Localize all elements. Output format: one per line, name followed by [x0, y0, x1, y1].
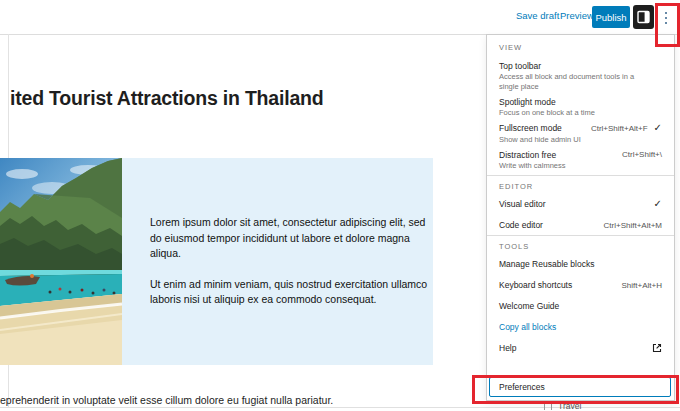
menu-item-description: Focus on one block at a time [499, 108, 654, 118]
menu-item-label: Distraction free [499, 150, 556, 160]
menu-item-label: Manage Reusable blocks [499, 259, 594, 269]
checkmark-icon: ✓ [654, 199, 662, 209]
menu-item-visual-editor[interactable]: Visual editor ✓ [499, 199, 662, 210]
publish-button[interactable]: Publish [592, 6, 630, 28]
menu-section-tools: TOOLS [499, 242, 662, 251]
keyboard-shortcut: Ctrl+Shift+Alt+F [591, 124, 648, 133]
checkmark-icon: ✓ [654, 123, 662, 133]
menu-divider [487, 235, 674, 236]
keyboard-shortcut: Ctrl+Shift+Alt+M [604, 221, 662, 230]
menu-item-help[interactable]: Help [499, 343, 662, 354]
save-draft-button[interactable]: Save draft [516, 10, 559, 21]
menu-item-label: Fullscreen mode [499, 123, 562, 133]
beach-photo [0, 158, 122, 365]
menu-item-manage-reusable-blocks[interactable]: Manage Reusable blocks [499, 259, 662, 270]
body-paragraph[interactable]: Lorem ipsum dolor sit amet, consectetur … [150, 215, 432, 262]
menu-item-label: Keyboard shortcuts [499, 280, 572, 290]
options-dropdown-menu: VIEW Top toolbar Access all block and do… [486, 34, 675, 401]
annotation-box-preferences [472, 375, 679, 404]
menu-divider [487, 175, 674, 176]
menu-item-spotlight-mode[interactable]: Spotlight mode Focus on one block at a t… [499, 96, 662, 118]
menu-item-label: Visual editor [499, 199, 546, 209]
menu-item-label: Welcome Guide [499, 301, 559, 311]
menu-item-label: Help [499, 343, 516, 353]
menu-item-description: Show and hide admin UI [499, 135, 654, 145]
menu-item-fullscreen-mode[interactable]: Fullscreen mode Ctrl+Shift+Alt+F ✓ Show … [499, 123, 662, 145]
menu-item-keyboard-shortcuts[interactable]: Keyboard shortcuts Shift+Alt+H [499, 280, 662, 291]
media-text-block[interactable]: Lorem ipsum dolor sit amet, consectetur … [0, 158, 433, 365]
menu-item-label: Code editor [499, 220, 543, 230]
menu-item-copy-all-blocks[interactable]: Copy all blocks [499, 322, 662, 333]
menu-item-code-editor[interactable]: Code editor Ctrl+Shift+Alt+M [499, 220, 662, 231]
keyboard-shortcut: Ctrl+Shift+\ [622, 150, 662, 159]
menu-item-description: Access all block and document tools in a… [499, 72, 654, 91]
menu-item-description: Write with calmness [499, 161, 654, 171]
gutenberg-editor: Save draft Preview Publish ited Tourist … [0, 0, 680, 411]
body-paragraph-bottom[interactable]: eprehenderit in voluptate velit esse cil… [0, 394, 420, 406]
menu-item-distraction-free[interactable]: Distraction free Ctrl+Shift+\ Write with… [499, 149, 662, 171]
menu-section-view: VIEW [499, 43, 662, 52]
menu-item-label: Copy all blocks [499, 322, 556, 332]
keyboard-shortcut: Shift+Alt+H [622, 281, 662, 290]
menu-item-label: Top toolbar [499, 61, 541, 71]
settings-sidebar-toggle-button[interactable] [633, 5, 654, 29]
editor-header: Save draft Preview Publish [0, 0, 680, 35]
menu-item-welcome-guide[interactable]: Welcome Guide [499, 301, 662, 312]
media-text-content[interactable]: Lorem ipsum dolor sit amet, consectetur … [122, 158, 433, 365]
annotation-box-options-button [655, 3, 680, 47]
sidebar-panel-icon [637, 10, 650, 24]
menu-item-label: Spotlight mode [499, 97, 556, 107]
beach-photo-graphic [0, 158, 122, 365]
preview-button[interactable]: Preview [560, 10, 594, 21]
body-paragraph[interactable]: Ut enim ad minim veniam, quis nostrud ex… [150, 277, 432, 308]
external-link-icon [652, 343, 662, 353]
menu-item-top-toolbar[interactable]: Top toolbar Access all block and documen… [499, 60, 662, 91]
menu-section-editor: EDITOR [499, 182, 662, 191]
post-title[interactable]: ited Tourist Attractions in Thailand [10, 87, 323, 110]
